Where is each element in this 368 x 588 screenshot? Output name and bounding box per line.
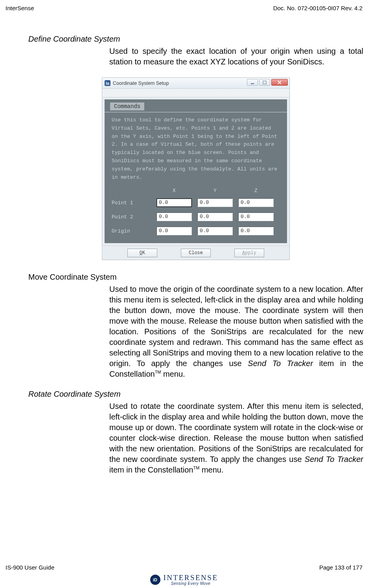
brand-logo: iD INTERSENSE Sensing Every Move [0,574,368,586]
ok-button[interactable]: OK [127,249,157,257]
input-origin-x[interactable]: 0.0 [156,227,192,235]
menu-commands[interactable]: Commands [110,103,144,110]
input-point1-z[interactable]: 0.0 [238,198,274,207]
logo-text: INTERSENSE [164,574,218,581]
dialog-description: Use this tool to define the coordinate s… [105,115,287,185]
input-point2-y[interactable]: 0.0 [197,212,233,221]
section-title-rotate: Rotate Coordinate System [28,390,363,399]
row-label-point1: Point 1 [112,200,151,206]
section-title-move: Move Coordinate System [28,273,363,282]
row-label-point2: Point 2 [112,214,151,220]
logo-subtext: Sensing Every Move [164,581,218,586]
close-button[interactable] [271,79,288,86]
apply-button[interactable]: Apply [234,249,264,257]
footer-left: IS-900 User Guide [6,564,54,571]
minimize-button[interactable] [247,79,258,86]
dialog-coordinate-system-setup: is Coordinate System Setup Co [102,77,290,260]
app-icon: is [105,80,110,86]
header-right: Doc. No. 072-00105-0I07 Rev. 4.2 [273,5,362,11]
dialog-title-text: Coordinate System Setup [113,81,169,86]
maximize-button[interactable] [259,79,270,86]
close-dialog-button[interactable]: Close [181,249,211,257]
input-point2-z[interactable]: 0.0 [238,212,274,221]
row-label-origin: Origin [112,228,151,234]
logo-badge-icon: iD [150,575,160,585]
section-title-define: Define Coordinate System [28,35,363,44]
section-body-define: Used to specify the exact location of yo… [109,46,363,67]
menu-bar [102,89,289,97]
col-y: Y [197,188,233,194]
input-point1-x[interactable]: 0.0 [156,198,192,207]
svg-rect-1 [263,81,266,84]
footer-right: Page 133 of 177 [319,564,362,571]
input-point2-x[interactable]: 0.0 [156,212,192,221]
input-origin-z[interactable]: 0.0 [238,227,274,235]
input-point1-y[interactable]: 0.0 [197,198,233,207]
input-origin-y[interactable]: 0.0 [197,227,233,235]
col-z: Z [238,188,274,194]
dialog-titlebar[interactable]: is Coordinate System Setup [102,78,289,89]
section-body-rotate: Used to rotate the coordinate system. Af… [109,401,363,475]
section-body-move: Used to move the origin of the coordinat… [109,284,363,379]
col-x: X [156,188,192,194]
header-left: InterSense [6,5,34,11]
